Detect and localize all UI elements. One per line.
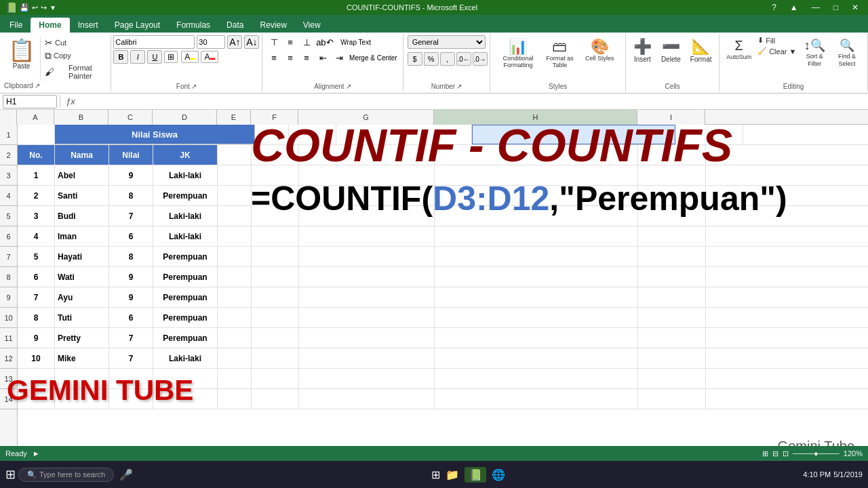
cell-h14[interactable] <box>435 389 638 409</box>
cell-c11[interactable]: 7 <box>109 328 153 348</box>
cell-i5[interactable] <box>638 206 706 226</box>
cell-b3[interactable]: Abel <box>55 165 109 185</box>
format-as-table-button[interactable]: 🗃 Format as Table <box>541 35 578 76</box>
text-orientation[interactable]: ab↶ <box>315 35 334 49</box>
copy-button[interactable]: ⧉ Copy <box>43 49 106 62</box>
cell-c3[interactable]: 9 <box>109 165 153 185</box>
cell-a3[interactable]: 1 <box>18 165 55 185</box>
cell-c7[interactable]: 8 <box>109 247 153 266</box>
cell-a6[interactable]: 4 <box>18 226 55 246</box>
cell-f13[interactable] <box>252 369 299 388</box>
tab-insert[interactable]: Insert <box>70 18 106 33</box>
col-header-b[interactable]: B <box>54 110 108 125</box>
paste-button[interactable]: 📋 Paste <box>4 37 39 74</box>
cell-g1[interactable] <box>336 125 472 144</box>
view-page[interactable]: ⊡ <box>783 449 789 458</box>
fill-color-button[interactable]: A▬ <box>181 51 199 63</box>
cell-i12[interactable] <box>638 348 706 368</box>
cell-b4[interactable]: Santi <box>55 186 109 205</box>
percent-button[interactable]: % <box>424 52 439 66</box>
cell-i2[interactable] <box>638 145 706 165</box>
cell-d2[interactable]: JK <box>153 145 218 165</box>
comma-button[interactable]: , <box>440 52 455 66</box>
align-right[interactable]: ≡ <box>299 51 314 64</box>
cell-a5[interactable]: 3 <box>18 206 55 226</box>
cell-e2[interactable] <box>218 145 252 165</box>
cell-a9[interactable]: 7 <box>18 287 55 307</box>
zoom-slider[interactable]: ────●──── <box>793 449 840 458</box>
cell-d11[interactable]: Perempuan <box>153 328 218 348</box>
col-header-f[interactable]: F <box>251 110 298 125</box>
cell-h2[interactable] <box>435 145 638 165</box>
tab-view[interactable]: View <box>295 18 329 33</box>
cortana-button[interactable]: 🎤 <box>119 468 133 481</box>
col-header-c[interactable]: C <box>108 110 153 125</box>
col-header-d[interactable]: D <box>153 110 217 125</box>
view-layout[interactable]: ⊟ <box>772 449 778 458</box>
cell-i14[interactable] <box>638 389 706 409</box>
cell-b8[interactable]: Wati <box>55 267 109 287</box>
cell-d8[interactable]: Perempuan <box>153 267 218 287</box>
cell-g12[interactable] <box>299 348 435 368</box>
cell-g5[interactable] <box>299 206 435 226</box>
cell-f12[interactable] <box>252 348 299 368</box>
cell-e3[interactable] <box>218 165 252 185</box>
row-header-4[interactable]: 4 <box>0 186 17 206</box>
formula-input[interactable] <box>78 95 865 108</box>
minimize-button[interactable]: — <box>808 3 824 12</box>
cell-i13[interactable] <box>638 369 706 388</box>
view-normal[interactable]: ⊞ <box>762 449 768 458</box>
quick-access-save[interactable]: 💾 <box>20 3 29 12</box>
cell-g13[interactable] <box>299 369 435 388</box>
cell-a8[interactable]: 6 <box>18 267 55 287</box>
border-button[interactable]: ⊞ <box>164 51 178 63</box>
cell-i10[interactable] <box>638 308 706 327</box>
increase-indent[interactable]: ⇥ <box>332 51 347 64</box>
font-expand-icon[interactable]: ↗ <box>191 83 197 90</box>
cell-h1[interactable] <box>472 125 675 144</box>
cell-b9[interactable]: Ayu <box>55 287 109 307</box>
delete-button[interactable]: ➖ Delete <box>657 35 685 76</box>
cell-i3[interactable] <box>638 165 706 185</box>
cell-b11[interactable]: Pretty <box>55 328 109 348</box>
cell-c6[interactable]: 6 <box>109 226 153 246</box>
row-header-6[interactable]: 6 <box>0 226 17 247</box>
find-select-button[interactable]: 🔍 Find & Select <box>831 35 863 76</box>
cell-i4[interactable] <box>638 186 706 205</box>
tab-file[interactable]: File <box>1 18 31 33</box>
corner-cell[interactable] <box>0 110 17 125</box>
row-header-5[interactable]: 5 <box>0 206 17 226</box>
cell-i8[interactable] <box>638 267 706 287</box>
cell-f8[interactable] <box>252 267 299 287</box>
align-bottom[interactable]: ⊥ <box>299 35 314 49</box>
cell-f6[interactable] <box>252 226 299 246</box>
cell-i1[interactable] <box>675 125 743 144</box>
taskbar-explorer[interactable]: 📁 <box>446 468 459 481</box>
cell-b10[interactable]: Tuti <box>55 308 109 327</box>
cell-d12[interactable]: Laki-laki <box>153 348 218 368</box>
cell-a11[interactable]: 9 <box>18 328 55 348</box>
close-button[interactable]: ✕ <box>848 3 863 12</box>
cell-g11[interactable] <box>299 328 435 348</box>
cell-title-merged[interactable]: Nilai Siswa <box>55 125 255 144</box>
start-button[interactable]: ⊞ <box>5 467 16 482</box>
cell-e9[interactable] <box>218 287 252 307</box>
clipboard-expand-icon[interactable]: ↗ <box>35 82 40 89</box>
cell-f4[interactable] <box>252 186 299 205</box>
number-format-select[interactable]: General Number Currency <box>408 35 486 49</box>
cell-e4[interactable] <box>218 186 252 205</box>
col-header-i[interactable]: I <box>637 110 705 125</box>
cell-c2[interactable]: Nilai <box>109 145 153 165</box>
increase-decimal[interactable]: .0→ <box>473 52 488 66</box>
cell-a2[interactable]: No. <box>18 145 55 165</box>
conditional-formatting-button[interactable]: 📊 Conditional Formatting <box>498 35 538 76</box>
cell-d10[interactable]: Perempuan <box>153 308 218 327</box>
cell-c12[interactable]: 7 <box>109 348 153 368</box>
font-size-input[interactable] <box>197 35 225 49</box>
alignment-expand-icon[interactable]: ↗ <box>346 83 351 90</box>
quick-access-redo[interactable]: ↪ <box>41 3 47 12</box>
cell-h13[interactable] <box>435 369 638 388</box>
insert-button[interactable]: ➕ Insert <box>629 35 656 76</box>
help-button[interactable]: ? <box>768 3 781 12</box>
cell-g6[interactable] <box>299 226 435 246</box>
